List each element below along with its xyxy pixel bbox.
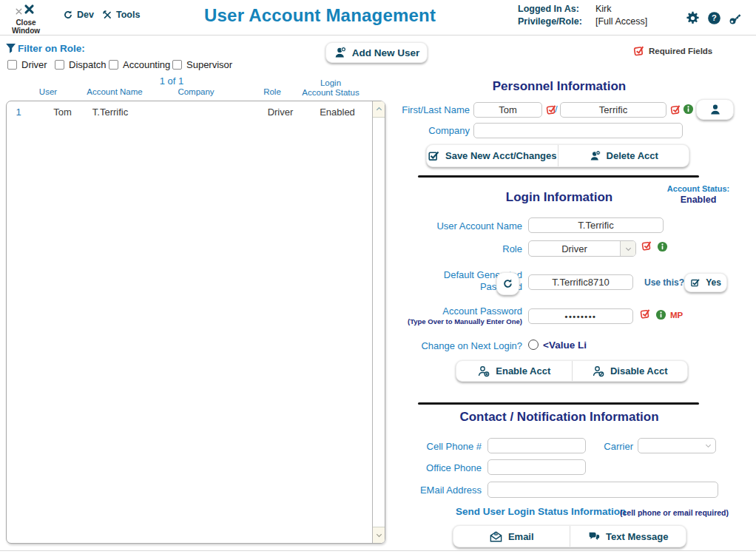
section-divider <box>418 175 699 178</box>
check-square-icon <box>428 149 440 162</box>
check-square-icon <box>690 277 701 288</box>
dev-label: Dev <box>77 10 94 20</box>
required-check-icon <box>632 44 646 57</box>
person-plus-icon <box>477 365 490 378</box>
dispatch-checkbox[interactable] <box>55 60 64 70</box>
save-new-acct-label: Save New Acct/Changes <box>445 150 557 161</box>
close-window-button[interactable]: Close Window <box>2 3 50 35</box>
chevron-up-icon <box>375 105 383 113</box>
change-next-login-label: Change on Next Login? <box>385 340 522 351</box>
user-account-name-label: User Account Name <box>385 220 522 232</box>
email-address-field[interactable] <box>487 482 718 498</box>
refresh-icon <box>502 278 513 289</box>
accounting-checkbox-label: Accounting <box>123 59 170 70</box>
refresh-icon <box>63 10 73 20</box>
privilege-value: [Full Access] <box>595 16 647 27</box>
account-password-label: Account Password <box>385 305 522 317</box>
help-icon[interactable]: ? <box>707 11 721 25</box>
close-x-icon <box>24 4 35 15</box>
role-select-chevron[interactable] <box>620 241 635 256</box>
role-label: Role <box>385 243 522 254</box>
supervisor-checkbox[interactable] <box>172 60 182 70</box>
scroll-up-button[interactable] <box>373 101 385 118</box>
accounting-checkbox[interactable] <box>109 60 118 70</box>
account-password-field[interactable] <box>528 308 633 324</box>
change-next-login-value: <Value Li <box>543 340 589 351</box>
send-login-status-note: (cell phone or email required) <box>620 508 729 517</box>
dev-button[interactable]: Dev <box>63 10 94 20</box>
send-login-status-label: Send User Login Status Information <box>456 506 626 517</box>
email-address-label: EMail Address <box>385 485 482 496</box>
person-slash-icon <box>592 365 605 378</box>
filter-checkbox-accounting[interactable]: Accounting <box>109 59 170 70</box>
company-field[interactable] <box>473 123 683 138</box>
email-button[interactable]: @ Email <box>453 526 570 547</box>
send-notification-buttons: @ Email Text Message <box>453 525 686 547</box>
privilege-label: Privilege/Role: <box>518 16 582 27</box>
personnel-photo-button[interactable] <box>696 99 734 120</box>
carrier-select[interactable] <box>638 438 716 453</box>
logged-in-value: Kirk <box>595 4 612 14</box>
row-user: Tom <box>42 107 83 118</box>
row-role: Driver <box>258 107 303 118</box>
account-action-buttons: Save New Acct/Changes Delete Acct <box>426 144 689 167</box>
email-button-label: Email <box>508 531 534 542</box>
chevron-down-icon <box>704 442 712 450</box>
svg-text:@: @ <box>494 531 497 535</box>
filter-checkbox-dispatch[interactable]: Dispatch <box>55 59 107 70</box>
first-name-field[interactable] <box>473 102 542 118</box>
logged-in-label: Logged In As: <box>518 4 579 14</box>
change-next-login-radio[interactable] <box>528 340 539 350</box>
text-message-button[interactable]: Text Message <box>570 526 686 547</box>
last-name-field[interactable] <box>560 102 666 118</box>
info-icon[interactable] <box>683 104 694 115</box>
filter-checkbox-supervisor[interactable]: Supervisor <box>172 59 232 70</box>
record-pager: 1 of 1 <box>150 75 193 87</box>
section-divider <box>418 402 699 405</box>
user-account-name-field[interactable] <box>528 217 664 233</box>
driver-checkbox[interactable] <box>7 60 17 70</box>
disable-acct-label: Disable Acct <box>610 365 668 377</box>
use-this-yes-button[interactable]: Yes <box>684 273 727 292</box>
filter-checkbox-driver[interactable]: Driver <box>7 59 47 70</box>
enable-acct-label: Enable Acct <box>496 365 550 377</box>
save-new-acct-button[interactable]: Save New Acct/Changes <box>427 145 558 166</box>
account-status-value: Enabled <box>663 195 734 205</box>
header-divider <box>0 35 756 36</box>
personnel-section-title: Personnel Information <box>385 79 733 94</box>
info-icon[interactable] <box>657 241 668 252</box>
tools-button[interactable]: Tools <box>102 10 140 20</box>
close-icons <box>2 3 50 18</box>
svg-text:?: ? <box>712 13 717 22</box>
key-icon[interactable] <box>729 11 743 25</box>
carrier-label: Carrier <box>596 441 633 452</box>
add-new-user-button[interactable]: Add New User <box>325 42 428 63</box>
office-phone-field[interactable] <box>487 459 586 475</box>
info-icon[interactable] <box>655 309 666 320</box>
user-account-management-window: Close Window Dev Tools User Account Mana… <box>0 0 756 557</box>
regenerate-password-button[interactable] <box>496 272 519 295</box>
delete-acct-button[interactable]: Delete Acct <box>558 145 689 166</box>
carrier-select-chevron[interactable] <box>701 442 715 450</box>
default-password-field[interactable] <box>528 274 633 290</box>
filter-on-role-label: Filter on Role: <box>18 43 85 54</box>
role-select[interactable]: Driver <box>528 240 636 257</box>
cell-phone-field[interactable] <box>487 438 586 453</box>
funnel-icon <box>5 42 17 54</box>
column-header-user: User <box>30 87 67 96</box>
mp-indicator: MP <box>670 311 683 320</box>
gear-icon[interactable] <box>686 11 700 25</box>
row-status: Enabled <box>311 107 363 118</box>
required-check-icon <box>641 239 653 252</box>
column-header-login: Login <box>301 78 360 87</box>
add-new-user-label: Add New User <box>352 47 420 58</box>
disable-acct-button[interactable]: Disable Acct <box>572 361 688 381</box>
driver-checkbox-label: Driver <box>21 59 47 70</box>
user-list[interactable]: 1 Tom T.Terrific Driver Enabled <box>6 101 385 544</box>
chevron-down-icon <box>375 531 383 539</box>
enable-acct-button[interactable]: Enable Acct <box>456 361 572 381</box>
enable-disable-buttons: Enable Acct Disable Acct <box>456 360 688 382</box>
close-window-label: Close Window <box>2 18 50 35</box>
scroll-down-button[interactable] <box>373 527 385 543</box>
wrench-icon <box>102 10 112 20</box>
